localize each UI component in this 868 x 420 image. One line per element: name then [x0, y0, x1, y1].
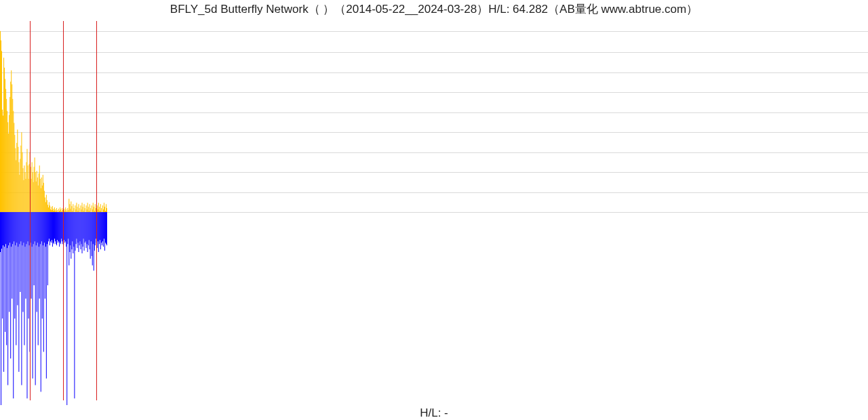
svg-rect-285 [100, 204, 101, 212]
svg-rect-244 [85, 212, 86, 241]
svg-rect-36 [12, 99, 13, 212]
svg-rect-124 [43, 175, 43, 212]
marker-line [63, 21, 64, 400]
svg-rect-19 [6, 212, 7, 345]
svg-rect-101 [35, 212, 35, 241]
svg-rect-69 [23, 212, 24, 243]
svg-rect-90 [31, 179, 32, 212]
svg-rect-259 [91, 212, 92, 241]
svg-rect-270 [95, 204, 96, 212]
chart-plot-area [0, 26, 868, 405]
svg-rect-236 [83, 207, 83, 212]
svg-rect-220 [76, 212, 77, 238]
svg-rect-199 [68, 212, 69, 266]
svg-rect-212 [73, 208, 74, 212]
svg-rect-217 [75, 209, 76, 212]
svg-rect-156 [54, 211, 54, 212]
svg-rect-264 [93, 203, 94, 212]
svg-rect-185 [64, 212, 64, 240]
svg-rect-16 [5, 89, 6, 212]
svg-rect-59 [20, 212, 20, 292]
svg-rect-213 [73, 212, 74, 247]
svg-rect-300 [106, 204, 106, 212]
svg-rect-232 [81, 209, 82, 212]
svg-rect-62 [21, 132, 22, 212]
svg-rect-38 [13, 111, 14, 212]
svg-rect-258 [90, 212, 91, 259]
svg-rect-11 [3, 212, 4, 372]
svg-rect-166 [57, 210, 58, 212]
svg-rect-145 [50, 212, 50, 245]
svg-rect-292 [103, 209, 104, 212]
svg-rect-169 [58, 209, 59, 212]
svg-rect-148 [51, 207, 52, 212]
svg-rect-37 [12, 212, 13, 244]
svg-rect-195 [67, 212, 68, 244]
svg-rect-178 [61, 212, 62, 238]
svg-rect-184 [64, 209, 64, 212]
svg-rect-67 [22, 212, 23, 312]
svg-rect-276 [97, 212, 98, 248]
svg-rect-223 [77, 211, 78, 212]
svg-rect-150 [52, 210, 52, 212]
svg-rect-77 [26, 212, 26, 244]
svg-rect-73 [24, 212, 25, 247]
svg-rect-47 [16, 212, 16, 345]
svg-rect-136 [47, 200, 47, 212]
svg-rect-288 [101, 212, 102, 243]
svg-rect-237 [83, 212, 83, 247]
svg-rect-13 [4, 212, 5, 247]
svg-rect-230 [81, 205, 81, 212]
svg-rect-61 [20, 212, 21, 241]
svg-rect-271 [95, 212, 96, 245]
svg-rect-95 [33, 212, 33, 379]
svg-rect-190 [66, 209, 66, 212]
svg-rect-66 [22, 168, 23, 212]
svg-rect-277 [98, 209, 98, 212]
svg-rect-75 [25, 212, 26, 299]
svg-rect-22 [7, 122, 8, 212]
svg-rect-210 [73, 204, 73, 212]
svg-rect-248 [87, 212, 87, 244]
svg-rect-164 [56, 208, 57, 212]
svg-rect-142 [49, 202, 50, 212]
svg-rect-106 [37, 171, 37, 212]
svg-rect-51 [17, 212, 18, 306]
svg-rect-112 [39, 173, 39, 212]
svg-rect-303 [106, 212, 107, 245]
svg-rect-269 [94, 212, 95, 251]
svg-rect-97 [33, 212, 34, 244]
svg-rect-250 [87, 212, 88, 252]
svg-rect-289 [102, 212, 102, 245]
svg-rect-255 [90, 204, 90, 212]
svg-rect-24 [8, 133, 9, 212]
svg-rect-174 [60, 212, 60, 243]
chart-footer-label: H/L: - [0, 406, 868, 420]
svg-rect-196 [68, 210, 68, 212]
svg-rect-149 [51, 212, 52, 243]
svg-rect-102 [35, 172, 36, 212]
svg-rect-130 [45, 197, 45, 212]
svg-rect-2 [1, 41, 1, 212]
svg-rect-5 [1, 212, 2, 249]
svg-rect-235 [82, 212, 83, 253]
svg-rect-6 [2, 110, 3, 212]
svg-rect-180 [62, 212, 62, 241]
chart-bars [0, 26, 868, 405]
svg-rect-165 [56, 212, 57, 245]
svg-rect-30 [10, 82, 11, 213]
svg-rect-159 [54, 212, 55, 238]
svg-rect-63 [21, 212, 22, 385]
svg-rect-121 [41, 212, 42, 241]
svg-rect-233 [81, 212, 82, 244]
svg-rect-52 [18, 147, 18, 212]
svg-rect-192 [66, 211, 67, 212]
svg-rect-203 [70, 212, 71, 245]
svg-rect-81 [28, 212, 28, 241]
svg-rect-68 [23, 180, 24, 212]
svg-rect-1 [0, 212, 1, 252]
svg-rect-256 [90, 212, 90, 249]
svg-rect-209 [72, 212, 73, 241]
svg-rect-104 [36, 182, 37, 212]
svg-rect-43 [14, 212, 15, 318]
